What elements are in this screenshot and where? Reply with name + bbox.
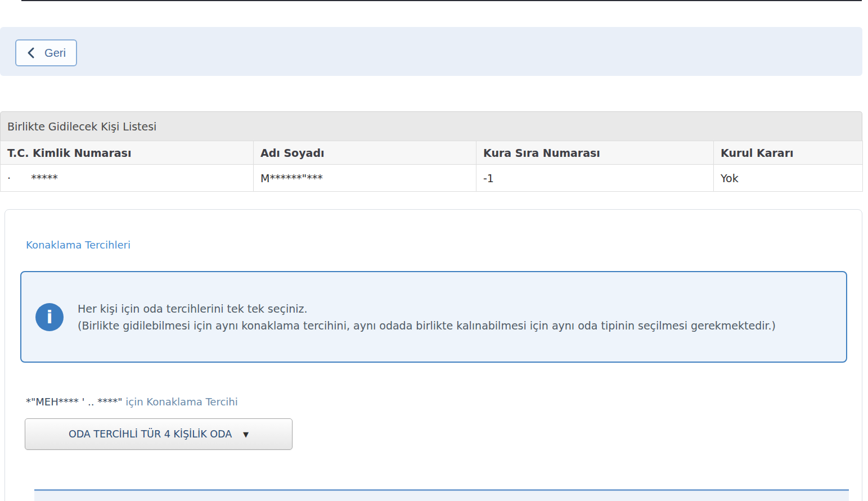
back-toolbar: Geri [0,27,862,76]
accommodation-card: Konaklama Tercihleri i Her kişi için oda… [5,209,862,501]
companion-table-header-row: T.C. Kimlik Numarası Adı Soyadı Kura Sır… [1,141,863,165]
info-text: Her kişi için oda tercihlerini tek tek s… [78,300,776,334]
cell-tc-kimlik: · ***** [1,165,254,192]
preference-label: *"MEH**** ' .. ****" için Konaklama Terc… [26,396,238,408]
info-box: i Her kişi için oda tercihlerini tek tek… [20,271,847,363]
cell-adi-soyadi: M******"*** [254,165,476,192]
caret-down-icon: ▼ [243,431,249,438]
companion-table: T.C. Kimlik Numarası Adı Soyadı Kura Sır… [0,141,863,192]
accommodation-select-value: ODA TERCİHLİ TÜR 4 KİŞİLİK ODA [69,428,232,440]
back-button[interactable]: Geri [15,39,77,66]
accommodation-select[interactable]: ODA TERCİHLİ TÜR 4 KİŞİLİK ODA ▼ [25,418,293,450]
next-section-panel [34,491,849,501]
companion-list-title: Birlikte Gidilecek Kişi Listesi [0,111,862,141]
back-button-label: Geri [44,47,66,60]
info-text-line1: Her kişi için oda tercihlerini tek tek s… [78,300,776,317]
info-text-line2: (Birlikte gidilebilmesi için aynı konakl… [78,317,776,334]
top-divider [21,0,862,1]
cell-kurul-karari: Yok [714,165,863,192]
column-header-kurul-karari: Kurul Kararı [714,141,863,165]
preference-label-suffix: için Konaklama Tercihi [123,396,238,408]
chevron-left-icon [26,46,35,60]
column-header-kura-sira: Kura Sıra Numarası [476,141,714,165]
column-header-adi-soyadi: Adı Soyadı [254,141,476,165]
cell-kura-sira: -1 [476,165,714,192]
info-icon: i [35,303,64,331]
companion-list-section: Birlikte Gidilecek Kişi Listesi T.C. Kim… [0,111,862,192]
preference-person-name: *"MEH**** ' .. ****" [26,396,123,408]
column-header-tc-kimlik: T.C. Kimlik Numarası [1,141,254,165]
accommodation-section-title: Konaklama Tercihleri [26,239,131,251]
table-row: · ***** M******"*** -1 Yok [1,165,863,192]
